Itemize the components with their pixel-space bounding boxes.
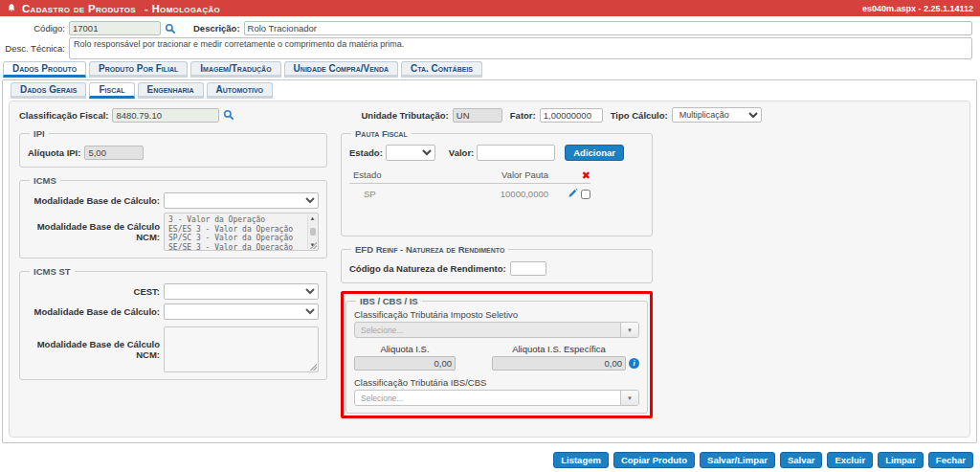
- aliquota-is-especifica-label: Aliquota I.S. Específica: [512, 344, 606, 354]
- tab-produto-por-filial[interactable]: Produto Por Filial: [89, 61, 188, 78]
- salvar-button[interactable]: Salvar: [780, 452, 823, 468]
- icms-st-fieldset: ICMS ST CEST: Modalidade Base de Cálculo…: [19, 266, 327, 380]
- listagem-button[interactable]: Listagem: [553, 452, 609, 468]
- aliquota-is-input: [354, 356, 456, 371]
- efd-codigo-input[interactable]: [510, 261, 546, 276]
- tab-automotivo[interactable]: Automotivo: [207, 82, 273, 99]
- salvar-limpar-button[interactable]: Salvar/Limpar: [700, 452, 775, 468]
- tipo-calculo-select[interactable]: Multiplicação: [672, 107, 762, 123]
- environment-label: - Homologação: [145, 3, 220, 14]
- tab-imagem-traducao[interactable]: Imagem/Tradução: [190, 61, 280, 78]
- pauta-fiscal-table: Estado Valor Pauta ✖ SP 10000,0000: [349, 169, 590, 229]
- delete-all-icon[interactable]: ✖: [582, 170, 590, 180]
- cest-label: CEST:: [28, 286, 164, 297]
- copiar-produto-button[interactable]: Copiar Produto: [613, 452, 695, 468]
- icms-st-legend: ICMS ST: [30, 266, 75, 277]
- pf-estado-label: Estado:: [349, 147, 383, 158]
- icms-modalidade-ncm-textarea[interactable]: 3 - Valor da Operação ES/ES 3 - Valor da…: [164, 213, 319, 251]
- descricao-label: Descrição:: [193, 23, 244, 34]
- row-valor-pauta-value: 10000,0000: [462, 189, 548, 199]
- class-trib-ibscbs-value: Selecione...: [355, 391, 620, 405]
- bell-icon: [7, 3, 16, 13]
- class-trib-is-combobox: Selecione... ▼: [354, 322, 639, 338]
- row-select-checkbox[interactable]: [581, 190, 590, 199]
- page-reference: es040m.aspx - 2.25.1.14112: [862, 4, 973, 13]
- fator-label: Fator:: [510, 110, 536, 121]
- icms-modalidade-label: Modalidade Base de Cálculo:: [28, 195, 164, 206]
- efd-codigo-label: Código da Natureza de Rendimento:: [349, 263, 506, 274]
- classificacao-fiscal-search-icon[interactable]: [223, 109, 234, 121]
- product-header: Código: Descrição: Desc. Técnica: Rolo r…: [0, 16, 980, 61]
- icms-st-modalidade-label: Modalidade Base de Cálculo:: [28, 306, 164, 317]
- ibs-cbs-is-fieldset: IBS / CBS / IS Classificação Tributária …: [345, 296, 648, 414]
- classificacao-fiscal-input[interactable]: [112, 108, 219, 123]
- icms-st-modalidade-ncm-label: Modalidade Base de Cálculo NCM:: [28, 339, 164, 360]
- ipi-fieldset: IPI Alíquota IPI:: [19, 128, 327, 168]
- col-valor-pauta-header: Valor Pauta: [462, 169, 548, 180]
- pf-valor-label: Valor:: [449, 147, 474, 158]
- tab-engenharia[interactable]: Engenharia: [138, 82, 204, 99]
- footer-buttons: Listagem Copiar Produto Salvar/Limpar Sa…: [553, 452, 973, 468]
- icms-modalidade-ncm-label: Modalidade Base de Cálculo NCM:: [28, 221, 164, 242]
- unidade-tributacao-label: Unidade Tributação:: [361, 110, 448, 121]
- tab-unidade-compra-venda[interactable]: Unidade Compra/Venda: [284, 61, 398, 78]
- table-row: SP 10000,0000: [349, 184, 590, 199]
- ipi-legend: IPI: [30, 128, 49, 139]
- scroll-up-icon[interactable]: ▲: [310, 215, 316, 221]
- pauta-fiscal-legend: Pauta Fiscal: [351, 128, 412, 139]
- tab-cta-contabeis[interactable]: Cta. Contábeis: [401, 61, 482, 78]
- aliquota-ipi-input: [84, 146, 144, 160]
- main-tabs: Dados Produto Produto Por Filial Imagem/…: [0, 61, 980, 78]
- class-trib-ibscbs-label: Classificação Tributária IBS/CBS: [354, 377, 639, 388]
- tipo-calculo-label: Tipo Cálculo:: [611, 110, 668, 121]
- icms-st-modalidade-ncm-textarea[interactable]: [164, 326, 319, 372]
- resize-handle-icon[interactable]: [309, 241, 317, 249]
- tab-dados-gerais[interactable]: Dados Gerais: [11, 82, 86, 99]
- resize-handle-icon[interactable]: [309, 363, 317, 371]
- codigo-label: Código:: [0, 23, 69, 34]
- icms-modalidade-select[interactable]: [164, 192, 319, 209]
- descricao-input[interactable]: [244, 21, 972, 35]
- efd-reinf-fieldset: EFD Reinf - Natureza de Rendimento Códig…: [341, 244, 653, 283]
- icms-fieldset: ICMS Modalidade Base de Cálculo: Modalid…: [19, 175, 327, 258]
- codigo-search-icon[interactable]: [165, 23, 176, 34]
- chevron-down-icon: ▼: [620, 323, 638, 337]
- pf-valor-input[interactable]: [477, 145, 555, 161]
- page-title: Cadastro de Produtos: [22, 3, 136, 14]
- ibs-cbs-is-legend: IBS / CBS / IS: [356, 296, 422, 306]
- edit-pencil-icon[interactable]: [568, 189, 578, 199]
- codigo-input[interactable]: [69, 21, 161, 35]
- aliquota-ipi-label: Alíquota IPI:: [28, 147, 84, 158]
- dados-produto-panel: Dados Gerais Fiscal Engenharia Automotiv…: [2, 79, 977, 443]
- icms-st-modalidade-select[interactable]: [164, 303, 319, 320]
- fiscal-tab-content: Classificação Fiscal: Unidade Tributação…: [9, 101, 970, 438]
- efd-reinf-legend: EFD Reinf - Natureza de Rendimento: [351, 244, 508, 255]
- icms-modalidade-ncm-text: 3 - Valor da Operação ES/ES 3 - Valor da…: [165, 214, 318, 251]
- tab-fiscal[interactable]: Fiscal: [89, 82, 134, 99]
- titlebar: Cadastro de Produtos - Homologação es040…: [0, 0, 980, 16]
- row-estado-value: SP: [349, 189, 462, 199]
- info-icon[interactable]: i: [629, 358, 639, 369]
- sub-tabs: Dados Gerais Fiscal Engenharia Automotiv…: [9, 83, 970, 99]
- adicionar-button[interactable]: Adicionar: [565, 145, 624, 161]
- tab-dados-produto[interactable]: Dados Produto: [3, 61, 86, 78]
- pauta-fiscal-fieldset: Pauta Fiscal Estado: Valor: Adicionar Es…: [341, 128, 653, 236]
- class-trib-is-value: Selecione...: [355, 323, 620, 337]
- cest-select[interactable]: [164, 283, 319, 300]
- desc-tecnica-label: Desc. Técnica:: [0, 43, 69, 54]
- pf-estado-select[interactable]: [386, 145, 435, 161]
- unidade-tributacao-input: [453, 108, 502, 123]
- scroll-thumb[interactable]: [310, 228, 316, 236]
- chevron-down-icon[interactable]: ▼: [620, 391, 638, 405]
- fator-input[interactable]: [540, 108, 603, 123]
- aliquota-is-especifica-input: [492, 356, 626, 371]
- classificacao-fiscal-label: Classificação Fiscal:: [19, 110, 108, 121]
- desc-tecnica-textarea[interactable]: Rolo responsável por tracionar e medir c…: [69, 37, 972, 59]
- limpar-button[interactable]: Limpar: [878, 452, 924, 468]
- excluir-button[interactable]: Excluir: [827, 452, 873, 468]
- col-estado-header: Estado: [349, 169, 462, 180]
- class-trib-ibscbs-combobox[interactable]: Selecione... ▼: [354, 390, 639, 406]
- fechar-button[interactable]: Fechar: [928, 452, 973, 468]
- icms-legend: ICMS: [30, 175, 60, 186]
- aliquota-is-label: Aliquota I.S.: [380, 344, 429, 354]
